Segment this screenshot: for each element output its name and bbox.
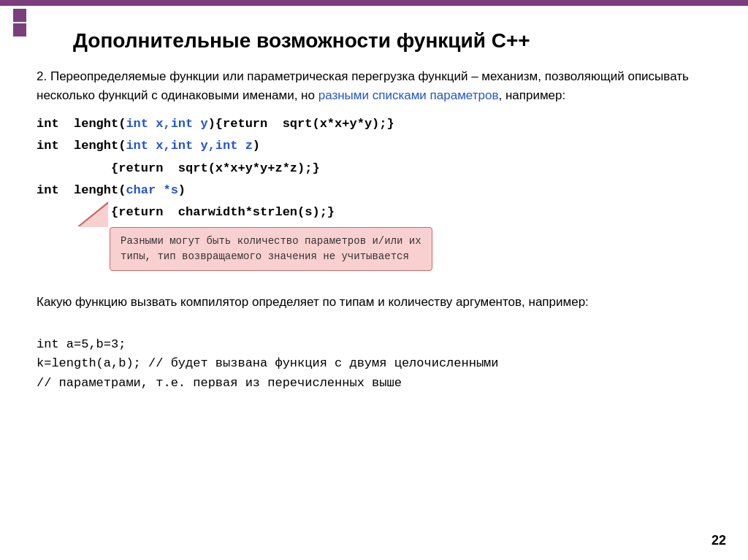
deco-sq-1 [13, 9, 26, 22]
code-suffix-1: ){return sqrt(x*x+y*y);} [208, 117, 394, 131]
slide-title: Дополнительные возможности функций C++ [37, 29, 711, 53]
callout-box: Разными могут быть количество параметров… [110, 227, 432, 271]
code-colored-1: int x,int y [126, 117, 207, 131]
bottom-code-1: int a=5,b=3; [37, 335, 711, 354]
intro-highlight: разными списками параметров [318, 88, 499, 102]
code-colored-2: int x,int y,int z [126, 139, 252, 153]
code-line-3: {return sqrt(x*x+y*y+z*z);} [37, 159, 711, 178]
intro-number: 2. [37, 69, 47, 83]
callout-wrapper: {return charwidth*strlen(s);} Разными мо… [37, 203, 711, 280]
code-suffix-3: {return sqrt(x*x+y*y+z*z);} [37, 161, 320, 175]
bottom-code-2: k=length(a,b); // будет вызвана функция … [37, 354, 711, 373]
code-line-2: int lenght(int x,int y,int z) [37, 137, 711, 156]
bottom-code-3: // параметрами, т.е. первая из перечисле… [37, 374, 711, 393]
code-colored-4: char *s [126, 183, 178, 197]
deco-squares [13, 9, 26, 37]
code-line-4: int lenght(char *s) [37, 181, 711, 200]
deco-sq-2 [13, 23, 26, 37]
page-number: 22 [711, 533, 726, 548]
code-prefix-2: int lenght( [37, 139, 126, 153]
slide-content: 2. Переопределяемые функции или параметр… [37, 67, 711, 393]
bottom-text: Какую функцию вызвать компилятор определ… [37, 293, 711, 312]
callout-container: Разными могут быть количество параметров… [37, 224, 711, 281]
callout-arrow [79, 204, 108, 227]
slide: Дополнительные возможности функций C++ 2… [0, 0, 748, 560]
code-line-1: int lenght(int x,int y){return sqrt(x*x+… [37, 115, 711, 134]
callout-line2: типы, тип возвращаемого значения не учит… [121, 250, 409, 262]
callout-line1: Разными могут быть количество параметров… [121, 235, 421, 247]
intro-paragraph: 2. Переопределяемые функции или параметр… [37, 67, 711, 104]
code-suffix-2: ) [253, 139, 260, 153]
code-suffix-4: ) [178, 183, 186, 197]
code-prefix-4: int lenght( [37, 183, 126, 197]
code-prefix-1: int lenght( [37, 117, 126, 131]
code-line-5: {return charwidth*strlen(s);} [37, 203, 711, 222]
intro-text-end: , например: [498, 88, 565, 102]
accent-bar [0, 0, 748, 6]
